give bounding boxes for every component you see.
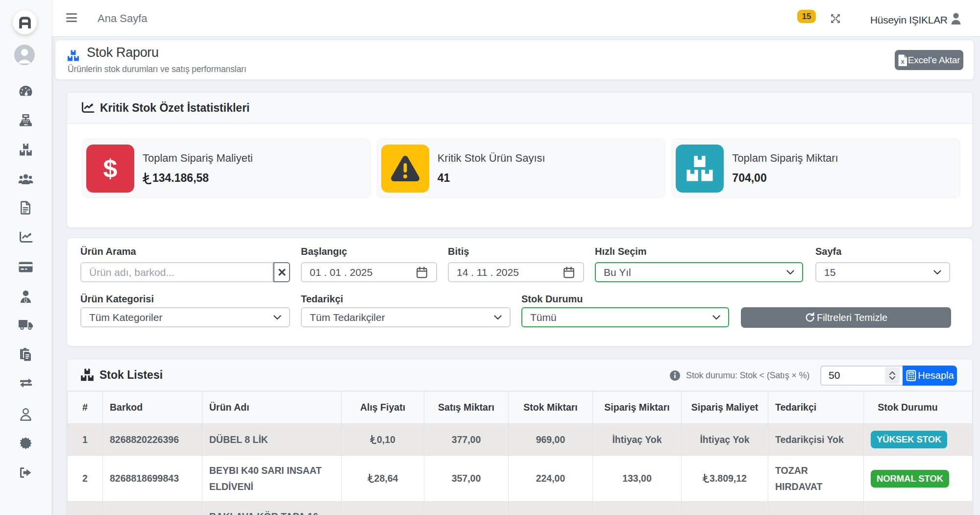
svg-text:x: x xyxy=(901,58,905,65)
